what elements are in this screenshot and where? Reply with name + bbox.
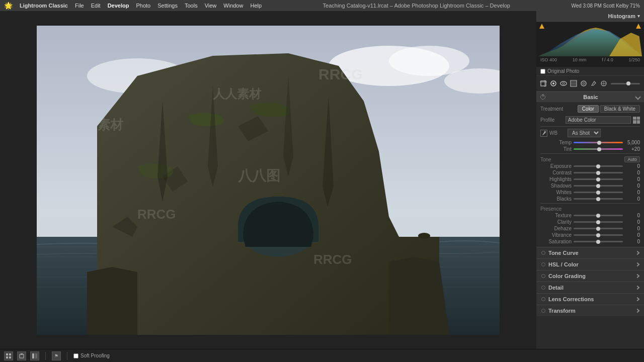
crop-tool[interactable] <box>538 78 548 88</box>
saturation-label: Saturation <box>540 239 572 244</box>
photo-area[interactable]: RRCG 素材 八八图 RRCG 人人素材 RRCG <box>0 11 536 349</box>
menu-photo[interactable]: Photo <box>136 3 150 9</box>
histogram-chart <box>538 24 642 56</box>
wb-eyedropper[interactable] <box>540 130 547 137</box>
adjustment-brush-tool[interactable] <box>589 78 599 88</box>
tint-slider[interactable] <box>574 148 623 150</box>
compare-view-btn[interactable] <box>30 351 39 360</box>
tint-thumb[interactable] <box>597 147 601 151</box>
dehaze-slider[interactable] <box>574 228 623 229</box>
lens-corrections-chevron[interactable] <box>635 297 639 301</box>
whites-thumb[interactable] <box>596 191 600 195</box>
dehaze-thumb[interactable] <box>596 227 600 231</box>
hsl-color-section[interactable]: HSL / Color <box>536 258 644 270</box>
contrast-thumb[interactable] <box>596 171 600 175</box>
temp-slider[interactable] <box>574 142 623 143</box>
hsl-power[interactable] <box>541 262 545 266</box>
profile-grid-icon[interactable] <box>633 117 640 124</box>
original-photo-checkbox[interactable] <box>540 69 545 74</box>
dehaze-label: Dehaze <box>540 226 572 231</box>
blacks-slider[interactable] <box>574 198 623 200</box>
soft-proof-checkbox[interactable] <box>73 353 78 358</box>
basic-collapse-arrow[interactable] <box>635 94 640 100</box>
clarity-slider[interactable] <box>574 221 623 223</box>
divider-1 <box>45 352 46 360</box>
menu-file[interactable]: File <box>75 3 84 9</box>
menu-help[interactable]: Help <box>250 3 262 9</box>
panel-slider[interactable] <box>611 83 640 84</box>
basic-power-toggle[interactable] <box>540 95 545 100</box>
menu-settings[interactable]: Settings <box>157 3 178 9</box>
tool-icons-row <box>536 76 644 92</box>
hsl-color-label: HSL / Color <box>548 261 579 267</box>
menu-develop[interactable]: Develop <box>108 3 129 9</box>
tone-curve-chevron[interactable] <box>635 251 639 255</box>
tone-curve-point-tool[interactable] <box>599 78 609 88</box>
basic-section-header[interactable]: Basic <box>536 92 644 102</box>
exposure-thumb[interactable] <box>596 164 600 168</box>
tone-curve-section[interactable]: Tone Curve <box>536 247 644 258</box>
contrast-slider[interactable] <box>574 172 623 173</box>
exposure-row: Exposure 0 <box>540 163 640 169</box>
vibrance-thumb[interactable] <box>596 233 600 237</box>
treatment-row: Treatment Color Black & White <box>540 104 640 114</box>
temp-thumb[interactable] <box>597 141 601 145</box>
grid-view-btn[interactable] <box>4 351 13 360</box>
clarity-thumb[interactable] <box>596 220 600 224</box>
tone-curve-power[interactable] <box>541 251 545 255</box>
loupe-view-btn[interactable] <box>17 351 26 360</box>
highlights-slider[interactable] <box>574 178 623 180</box>
highlights-value: 0 <box>625 176 640 182</box>
profile-select[interactable]: Adobe Color <box>566 116 631 124</box>
radial-filter-tool[interactable] <box>579 78 589 88</box>
bw-treatment-btn[interactable]: Black & White <box>600 105 640 113</box>
menu-edit[interactable]: Edit <box>91 3 101 9</box>
menu-tools[interactable]: Tools <box>185 3 198 9</box>
color-grading-power[interactable] <box>541 274 545 278</box>
detail-power[interactable] <box>541 286 545 290</box>
wb-select[interactable]: As Shot <box>568 129 601 137</box>
hsl-chevron[interactable] <box>635 262 639 266</box>
lens-corrections-left: Lens Corrections <box>541 296 594 302</box>
healing-tool[interactable] <box>548 78 558 88</box>
whites-slider[interactable] <box>574 192 623 193</box>
detail-chevron[interactable] <box>635 286 639 290</box>
detail-section[interactable]: Detail <box>536 282 644 293</box>
highlights-thumb[interactable] <box>596 177 600 182</box>
texture-slider[interactable] <box>574 215 623 216</box>
shadows-slider[interactable] <box>574 185 623 187</box>
detail-label: Detail <box>548 285 564 291</box>
vibrance-slider[interactable] <box>574 234 623 236</box>
menu-bar: 🌟 Lightroom Classic File Edit Develop Ph… <box>0 0 644 11</box>
transform-power[interactable] <box>541 309 545 313</box>
flag-btn[interactable]: ⚑ <box>52 351 61 360</box>
histogram-collapse-arrow[interactable]: ▾ <box>637 14 640 19</box>
shadows-thumb[interactable] <box>596 184 600 188</box>
contrast-label: Contrast <box>540 170 572 175</box>
soft-proof-toggle[interactable]: Soft Proofing <box>73 353 110 358</box>
saturation-thumb[interactable] <box>596 240 600 244</box>
gradient-tool[interactable] <box>569 78 579 88</box>
blacks-thumb[interactable] <box>596 197 600 201</box>
whites-value: 0 <box>625 190 640 195</box>
color-grading-section[interactable]: Color Grading <box>536 270 644 282</box>
red-eye-tool[interactable] <box>558 78 569 88</box>
vibrance-label: Vibrance <box>540 232 572 238</box>
transform-section[interactable]: Transform <box>536 305 644 316</box>
wb-label: WB <box>549 130 568 136</box>
transform-chevron[interactable] <box>635 309 639 313</box>
exposure-slider[interactable] <box>574 165 623 167</box>
menu-view[interactable]: View <box>205 3 217 9</box>
presence-subsection: Presence <box>540 205 640 212</box>
texture-thumb[interactable] <box>596 214 600 218</box>
color-treatment-btn[interactable]: Color <box>578 105 599 113</box>
menu-window[interactable]: Window <box>223 3 243 9</box>
lens-corrections-power[interactable] <box>541 297 545 301</box>
tone-label: Tone <box>540 157 551 162</box>
lens-corrections-section[interactable]: Lens Corrections <box>536 293 644 305</box>
bottom-bar: ⚑ Soft Proofing <box>0 349 644 362</box>
histogram-header[interactable]: Histogram ▾ <box>536 11 644 22</box>
color-grading-chevron[interactable] <box>635 274 639 278</box>
saturation-slider[interactable] <box>574 241 623 242</box>
auto-button[interactable]: Auto <box>624 156 640 162</box>
